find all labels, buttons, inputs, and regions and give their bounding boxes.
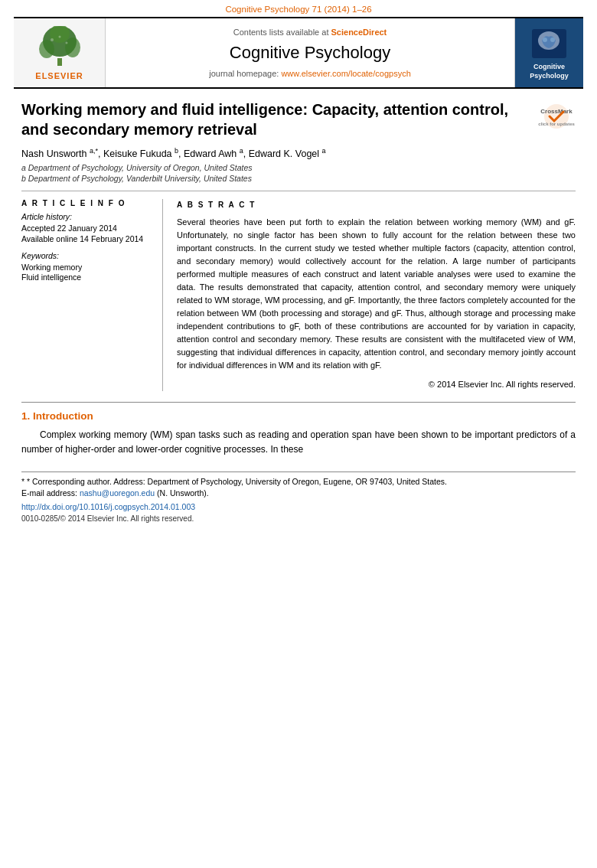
journal-title-center: Contents lists available at ScienceDirec… xyxy=(106,18,514,87)
svg-point-5 xyxy=(51,38,54,41)
journal-reference: Cognitive Psychology 71 (2014) 1–26 xyxy=(0,0,597,17)
introduction-title: 1. Introduction xyxy=(21,410,576,422)
accepted-date: Accepted 22 January 2014 xyxy=(21,224,152,233)
article-content: Working memory and fluid intelligence: C… xyxy=(0,89,597,523)
svg-rect-0 xyxy=(57,58,62,66)
svg-point-3 xyxy=(65,38,80,57)
journal-main-title: Cognitive Psychology xyxy=(230,43,390,63)
svg-text:click for updates: click for updates xyxy=(538,122,575,126)
sciencedirect-link[interactable]: ScienceDirect xyxy=(331,28,387,37)
header-divider xyxy=(21,191,576,191)
article-history-label: Article history: xyxy=(21,212,152,221)
doi-link[interactable]: http://dx.doi.org/10.1016/j.cogpsych.201… xyxy=(21,502,195,511)
footnote-section: * * Corresponding author. Address: Depar… xyxy=(21,472,576,498)
footnote-corresponding: * * Corresponding author. Address: Depar… xyxy=(21,477,576,486)
sciencedirect-line: Contents lists available at ScienceDirec… xyxy=(233,28,387,37)
footnote-email: E-mail address: nashu@uoregon.edu (N. Un… xyxy=(21,488,576,498)
homepage-link[interactable]: www.elsevier.com/locate/cogpsych xyxy=(281,69,410,78)
journal-header: ELSEVIER Contents lists available at Sci… xyxy=(14,17,583,89)
abstract-col: A B S T R A C T Several theories have be… xyxy=(177,199,576,391)
elsevier-label: ELSEVIER xyxy=(35,71,83,80)
article-title: Working memory and fluid intelligence: C… xyxy=(21,100,530,139)
author-super-a2: a xyxy=(240,147,243,155)
article-title-block: Working memory and fluid intelligence: C… xyxy=(21,100,576,139)
article-info-heading: A R T I C L E I N F O xyxy=(21,199,152,207)
authors-line: Nash Unsworth a,*, Keisuke Fukuda b, Edw… xyxy=(21,147,576,159)
author-super-a3: a xyxy=(322,147,326,155)
footnote-star: * xyxy=(21,477,27,486)
journal-homepage: journal homepage: www.elsevier.com/locat… xyxy=(209,69,411,78)
svg-point-2 xyxy=(39,40,54,58)
abstract-copyright: © 2014 Elsevier Inc. All rights reserved… xyxy=(177,378,576,391)
author-super-a: a,* xyxy=(90,147,98,155)
copyright-footer: 0010-0285/© 2014 Elsevier Inc. All right… xyxy=(21,514,576,523)
two-col-section: A R T I C L E I N F O Article history: A… xyxy=(21,199,576,391)
elsevier-tree-icon xyxy=(33,26,86,68)
svg-point-10 xyxy=(543,38,547,42)
keyword-2: Fluid intelligence xyxy=(21,272,152,282)
elsevier-logo-box: ELSEVIER xyxy=(14,18,106,87)
author-super-b: b xyxy=(175,147,178,155)
email-link[interactable]: nashu@uoregon.edu xyxy=(80,488,155,498)
available-date: Available online 14 February 2014 xyxy=(21,234,152,243)
abstract-text: Several theories have been put forth to … xyxy=(177,216,576,373)
introduction-text: Complex working memory (WM) span tasks s… xyxy=(21,428,576,457)
article-info-col: A R T I C L E I N F O Article history: A… xyxy=(21,199,163,391)
section-divider xyxy=(21,402,576,403)
affiliation-a: a Department of Psychology, University o… xyxy=(21,163,576,172)
svg-point-11 xyxy=(550,38,555,42)
abstract-heading: A B S T R A C T xyxy=(177,199,576,211)
crossmark-badge: CrossMark click for updates xyxy=(537,103,576,136)
svg-point-7 xyxy=(58,35,60,38)
cover-journal-icon xyxy=(528,25,570,60)
keywords-section: Keywords: Working memory Fluid intellige… xyxy=(21,251,152,282)
crossmark-icon: CrossMark click for updates xyxy=(537,103,576,132)
keywords-label: Keywords: xyxy=(21,251,152,260)
cover-title-text: Cognitive Psychology xyxy=(520,63,579,80)
svg-text:CrossMark: CrossMark xyxy=(540,108,573,115)
journal-cover-box: Cognitive Psychology xyxy=(514,18,583,87)
affiliation-b: b Department of Psychology, Vanderbilt U… xyxy=(21,174,576,183)
keyword-1: Working memory xyxy=(21,263,152,272)
svg-point-6 xyxy=(65,41,67,44)
